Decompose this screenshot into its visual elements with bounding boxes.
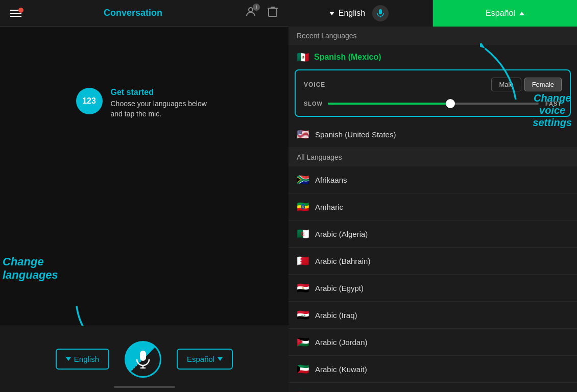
voice-type-row: VOICE Male Female [304, 78, 562, 91]
slow-label: SLOW [304, 101, 323, 107]
right-language-label: Español [187, 355, 214, 363]
get-started-text: Get started Choose your languages below … [111, 88, 213, 119]
selected-language-item[interactable]: 🇲🇽 Spanish (Mexico) [288, 45, 577, 69]
dropdown-arrow-icon-right [218, 357, 223, 361]
algeria-flag-icon: 🇩🇿 [297, 228, 309, 240]
list-item[interactable]: 🇺🇸 Spanish (United States) [288, 121, 577, 148]
get-started-desc: Choose your languages below and tap the … [111, 99, 213, 119]
left-content: 123 Get started Choose your languages be… [0, 27, 288, 326]
language-dropdown-panel[interactable]: Recent Languages 🇲🇽 Spanish (Mexico) VOI… [288, 27, 577, 392]
left-panel: Conversation i 123 Get started Choose yo… [0, 0, 288, 392]
amharic-flag-icon: 🇪🇹 [297, 201, 309, 213]
jordan-flag-icon: 🇯🇴 [297, 336, 309, 348]
lang-name: Amharic [315, 203, 343, 211]
voice-settings-box: VOICE Male Female SLOW FAST [295, 69, 571, 117]
list-item[interactable]: 🇯🇴 Arabic (Jordan) [288, 329, 577, 356]
lang-name: Arabic (Algeria) [315, 230, 368, 238]
iraq-flag-icon: 🇮🇶 [297, 309, 309, 321]
list-item[interactable]: 🇿🇦 Afrikaans [288, 166, 577, 193]
list-item[interactable]: 🇱🇾 Arabic (Libya) [288, 383, 577, 392]
right-header-right-label: Español [486, 9, 515, 18]
get-started-container: 123 Get started Choose your languages be… [76, 88, 213, 119]
lang-name: Arabic (Jordan) [315, 338, 368, 347]
left-language-label: English [74, 355, 99, 363]
male-voice-button[interactable]: Male [491, 78, 521, 91]
trash-icon[interactable] [267, 6, 278, 21]
speed-track [328, 103, 539, 105]
voice-label: VOICE [304, 81, 325, 88]
right-header-left-label: English [339, 9, 365, 18]
small-mic-icon[interactable] [372, 5, 389, 21]
mexico-flag-icon: 🇲🇽 [297, 51, 309, 63]
person-badge: i [253, 4, 260, 11]
lang-name: Arabic (Kuwait) [315, 365, 367, 374]
voice-buttons: Male Female [491, 78, 562, 91]
left-language-button[interactable]: English [56, 349, 109, 370]
mic-icon [135, 350, 151, 369]
lang-name: Arabic (Iraq) [315, 311, 357, 320]
list-item[interactable]: 🇪🇬 Arabic (Egypt) [288, 275, 577, 302]
step-badge: 123 [76, 88, 103, 114]
hamburger-menu-icon[interactable] [10, 10, 21, 17]
dropdown-arrow-icon [66, 357, 71, 361]
list-item[interactable]: 🇰🇼 Arabic (Kuwait) [288, 356, 577, 383]
chevron-up-icon [519, 12, 524, 15]
fast-label: FAST [544, 101, 562, 107]
svg-rect-3 [140, 351, 146, 361]
list-item[interactable]: 🇮🇶 Arabic (Iraq) [288, 302, 577, 329]
speed-slider[interactable] [328, 99, 539, 109]
header-title[interactable]: Conversation [104, 8, 162, 18]
right-header: English Español [288, 0, 577, 27]
bottom-indicator [114, 386, 175, 388]
lang-name: Afrikaans [315, 176, 347, 184]
right-header-right-lang[interactable]: Español [433, 0, 577, 27]
list-item[interactable]: 🇧🇭 Arabic (Bahrain) [288, 248, 577, 275]
header-left [10, 10, 21, 17]
lang-name: Arabic (Egypt) [315, 284, 364, 292]
libya-flag-icon: 🇱🇾 [297, 390, 309, 392]
chevron-down-icon [329, 12, 334, 15]
speed-fill [328, 103, 450, 105]
selected-language-name: Spanish (Mexico) [314, 53, 381, 62]
get-started-title: Get started [111, 88, 213, 97]
bahrain-flag-icon: 🇧🇭 [297, 255, 309, 267]
lang-name: Spanish (United States) [315, 130, 396, 139]
speed-thumb[interactable] [446, 99, 455, 108]
egypt-flag-icon: 🇪🇬 [297, 282, 309, 294]
right-header-left-lang[interactable]: English [288, 0, 433, 27]
us-flag-icon: 🇺🇸 [297, 128, 309, 140]
speed-row: SLOW FAST [304, 99, 562, 109]
person-icon[interactable]: i [245, 6, 257, 21]
header-right: i [245, 6, 278, 21]
lang-name: Arabic (Bahrain) [315, 257, 370, 265]
kuwait-flag-icon: 🇰🇼 [297, 363, 309, 375]
notification-badge [18, 8, 23, 13]
recent-languages-header: Recent Languages [288, 27, 577, 45]
header: Conversation i [0, 0, 288, 27]
svg-point-0 [249, 8, 253, 12]
bottom-bar: English Español [0, 326, 288, 392]
list-item[interactable]: 🇩🇿 Arabic (Algeria) [288, 220, 577, 248]
svg-rect-6 [379, 9, 382, 14]
afrikaans-flag-icon: 🇿🇦 [297, 174, 309, 186]
svg-rect-1 [269, 8, 277, 16]
female-voice-button[interactable]: Female [524, 78, 562, 91]
list-item[interactable]: 🇪🇹 Amharic [288, 193, 577, 220]
mic-button[interactable] [125, 341, 161, 378]
right-panel: English Español Recent Languages 🇲🇽 Span… [288, 0, 577, 392]
right-language-button[interactable]: Español [177, 349, 233, 370]
all-languages-header: All Languages [288, 148, 577, 166]
